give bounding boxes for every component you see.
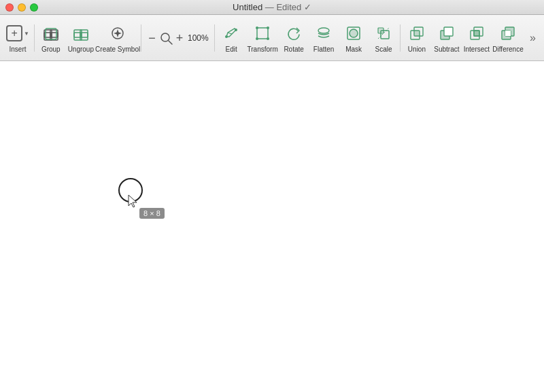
window-title: Untitled — Edited ✓ <box>233 2 311 12</box>
scale-label: Scale <box>375 46 392 53</box>
intersect-label: Intersect <box>464 46 490 53</box>
canvas-circle[interactable] <box>117 177 144 204</box>
union-button[interactable]: Union <box>402 18 432 58</box>
svg-point-13 <box>235 29 237 31</box>
insert-plus-icon: + <box>6 25 22 41</box>
flatten-icon <box>313 22 335 44</box>
titlebar: Untitled — Edited ✓ <box>0 0 544 15</box>
insert-button[interactable]: + ▼ Insert <box>3 18 33 58</box>
insert-label: Insert <box>9 46 26 53</box>
separator-4 <box>400 24 401 52</box>
svg-point-10 <box>161 33 169 41</box>
mask-button[interactable]: Mask <box>339 18 369 58</box>
svg-rect-23 <box>378 28 384 33</box>
zoom-value: 100% <box>186 33 210 43</box>
zoom-out-button[interactable]: − <box>146 29 158 47</box>
svg-point-12 <box>225 35 228 38</box>
ungroup-button[interactable]: Ungroup <box>66 18 96 58</box>
svg-line-11 <box>169 41 172 44</box>
rotate-label: Rotate <box>284 46 303 53</box>
rotate-icon <box>283 22 305 44</box>
transform-label: Transform <box>248 46 278 53</box>
svg-point-19 <box>318 28 329 33</box>
insert-chevron-icon: ▼ <box>24 31 29 37</box>
separator-1 <box>34 24 35 52</box>
more-button[interactable]: » <box>524 18 541 58</box>
flatten-button[interactable]: Flatten <box>309 18 339 58</box>
transform-button[interactable]: Transform <box>246 18 279 58</box>
svg-rect-35 <box>505 31 511 36</box>
create-symbol-label: Create Symbol <box>95 46 140 53</box>
ungroup-icon <box>70 22 92 44</box>
edit-label: Edit <box>225 46 237 53</box>
scale-button[interactable]: Scale <box>369 18 398 58</box>
svg-point-17 <box>256 37 258 40</box>
difference-icon <box>497 22 519 44</box>
svg-rect-27 <box>414 31 420 36</box>
svg-point-15 <box>256 26 258 29</box>
svg-point-16 <box>267 26 269 29</box>
create-symbol-icon <box>107 22 129 44</box>
canvas[interactable]: 8 × 8 <box>0 61 544 392</box>
intersect-icon <box>466 22 488 44</box>
ungroup-label: Ungroup <box>68 46 94 53</box>
group-button[interactable]: Group <box>36 18 66 58</box>
insert-icon: + ▼ <box>7 22 29 44</box>
separator-3 <box>214 24 215 52</box>
difference-button[interactable]: Difference <box>492 18 524 58</box>
edit-button[interactable]: Edit <box>216 18 246 58</box>
scale-icon <box>373 22 394 44</box>
union-icon <box>406 22 428 44</box>
group-icon <box>40 22 62 44</box>
maximize-button[interactable] <box>30 3 38 12</box>
separator-2 <box>141 24 141 52</box>
transform-icon <box>252 22 273 44</box>
group-label: Group <box>41 46 61 53</box>
mask-label: Mask <box>345 46 362 53</box>
intersect-button[interactable]: Intersect <box>462 18 492 58</box>
rotate-button[interactable]: Rotate <box>279 18 309 58</box>
edit-icon <box>220 22 242 44</box>
difference-label: Difference <box>492 46 523 53</box>
close-button[interactable] <box>5 3 14 12</box>
zoom-controls: − + 100% <box>143 18 213 58</box>
svg-rect-32 <box>474 31 479 36</box>
minimize-button[interactable] <box>18 3 26 12</box>
svg-rect-29 <box>444 27 453 36</box>
svg-rect-14 <box>257 28 268 39</box>
zoom-icon <box>158 31 173 46</box>
mask-icon <box>343 22 364 44</box>
subtract-label: Subtract <box>434 46 459 53</box>
window-controls <box>5 3 38 12</box>
subtract-icon <box>436 22 458 44</box>
svg-point-36 <box>119 179 142 202</box>
svg-point-18 <box>267 37 269 40</box>
zoom-in-button[interactable]: + <box>173 29 186 47</box>
flatten-label: Flatten <box>313 46 335 53</box>
toolbar: + ▼ Insert Group <box>0 15 544 61</box>
size-badge: 8 × 8 <box>139 208 165 219</box>
subtract-button[interactable]: Subtract <box>432 18 462 58</box>
union-label: Union <box>408 46 426 53</box>
svg-point-21 <box>350 29 358 37</box>
create-symbol-button[interactable]: Create Symbol <box>96 18 140 58</box>
